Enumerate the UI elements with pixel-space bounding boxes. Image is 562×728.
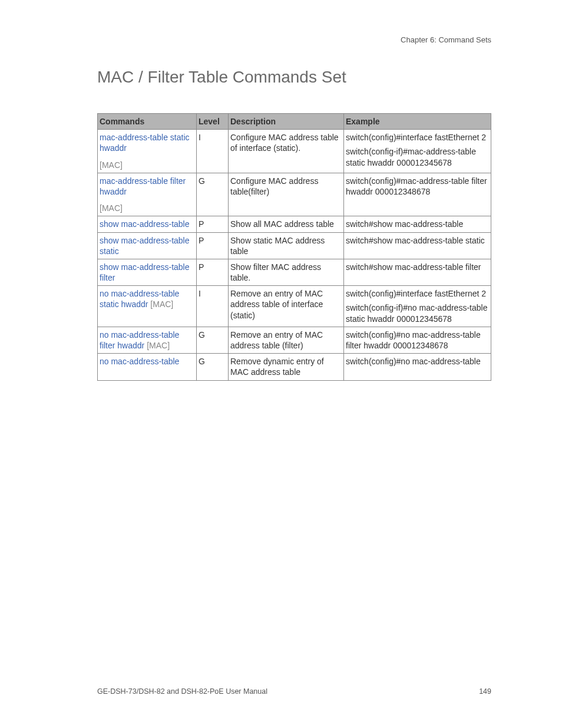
description-cell: Remove an entry of MAC address table (fi…: [229, 327, 344, 353]
table-row: mac-address-table static hwaddr[MAC]ICon…: [98, 130, 491, 173]
command-cell: mac-address-table filter hwaddr[MAC]: [98, 173, 197, 216]
level-cell: G: [197, 327, 229, 353]
command-link[interactable]: show mac-address-table filter: [100, 262, 190, 282]
page-title: MAC / Filter Table Commands Set: [97, 68, 491, 87]
level-cell: G: [197, 354, 229, 380]
command-cell: no mac-address-table filter hwaddr [MAC]: [98, 327, 197, 353]
table-row: no mac-address-table static hwaddr [MAC]…: [98, 286, 491, 327]
table-row: no mac-address-table filter hwaddr [MAC]…: [98, 327, 491, 353]
description-cell: Configure MAC address table of interface…: [229, 130, 344, 173]
example-line: switch#show mac-address-table filter: [346, 262, 489, 272]
command-param: [MAC]: [100, 160, 194, 170]
level-cell: I: [197, 130, 229, 173]
chapter-label: Chapter 6: Command Sets: [97, 35, 491, 44]
table-row: show mac-address-table staticPShow stati…: [98, 232, 491, 259]
example-cell: switch(config)#no mac-address-table filt…: [344, 327, 491, 353]
description-cell: Remove an entry of MAC address table of …: [229, 286, 344, 327]
command-cell: no mac-address-table: [98, 354, 197, 380]
command-cell: show mac-address-table: [98, 216, 197, 232]
table-row: no mac-address-tableGRemove dynamic entr…: [98, 354, 491, 380]
example-line: switch(config-if)#mac-address-table stat…: [346, 146, 489, 167]
example-line: switch(config)#no mac-address-table filt…: [346, 330, 489, 351]
description-cell: Show static MAC address table: [229, 232, 344, 259]
header-description: Description: [229, 114, 344, 130]
commands-table: Commands Level Description Example mac-a…: [97, 113, 491, 381]
example-cell: switch(config)#mac-address-table filter …: [344, 173, 491, 216]
example-cell: switch#show mac-address-table static: [344, 232, 491, 259]
command-cell: mac-address-table static hwaddr[MAC]: [98, 130, 197, 173]
example-line: switch(config-if)#no mac-address-table s…: [346, 302, 489, 324]
example-cell: switch(config)#interface fastEthernet 2s…: [344, 286, 491, 327]
command-param: [MAC]: [148, 299, 173, 309]
footer-right: 149: [479, 687, 491, 696]
level-cell: P: [197, 232, 229, 259]
command-link[interactable]: no mac-address-table: [100, 357, 179, 366]
level-cell: P: [197, 216, 229, 232]
description-cell: Remove dynamic entry of MAC address tabl…: [229, 354, 344, 380]
table-row: show mac-address-tablePShow all MAC addr…: [98, 216, 491, 232]
page-footer: GE-DSH-73/DSH-82 and DSH-82-PoE User Man…: [97, 687, 491, 696]
example-line: switch#show mac-address-table static: [346, 235, 489, 246]
command-param: [MAC]: [100, 203, 194, 213]
command-link[interactable]: mac-address-table filter hwaddr: [100, 176, 186, 196]
header-example: Example: [344, 114, 491, 130]
table-header-row: Commands Level Description Example: [98, 114, 491, 130]
table-row: mac-address-table filter hwaddr[MAC]GCon…: [98, 173, 491, 216]
description-cell: Show all MAC address table: [229, 216, 344, 232]
footer-left: GE-DSH-73/DSH-82 and DSH-82-PoE User Man…: [97, 687, 267, 696]
description-cell: Configure MAC address table(filter): [229, 173, 344, 216]
table-row: show mac-address-table filterPShow filte…: [98, 259, 491, 285]
description-cell: Show filter MAC address table.: [229, 259, 344, 285]
command-cell: show mac-address-table static: [98, 232, 197, 259]
example-line: switch(config)#no mac-address-table: [346, 356, 489, 367]
example-line: switch(config)#interface fastEthernet 2: [346, 288, 489, 299]
level-cell: P: [197, 259, 229, 285]
example-line: switch(config)#mac-address-table filter …: [346, 176, 489, 197]
command-link[interactable]: show mac-address-table: [100, 219, 190, 229]
command-link[interactable]: show mac-address-table static: [100, 236, 190, 256]
command-param: [MAC]: [144, 341, 170, 350]
header-commands: Commands: [98, 114, 197, 130]
command-cell: show mac-address-table filter: [98, 259, 197, 285]
example-line: switch#show mac-address-table: [346, 219, 489, 229]
example-cell: switch(config)#interface fastEthernet 2s…: [344, 130, 491, 173]
example-cell: switch#show mac-address-table: [344, 216, 491, 232]
example-cell: switch#show mac-address-table filter: [344, 259, 491, 285]
command-cell: no mac-address-table static hwaddr [MAC]: [98, 286, 197, 327]
level-cell: I: [197, 286, 229, 327]
command-link[interactable]: mac-address-table static hwaddr: [100, 133, 190, 153]
example-line: switch(config)#interface fastEthernet 2: [346, 132, 489, 143]
example-cell: switch(config)#no mac-address-table: [344, 354, 491, 380]
header-level: Level: [197, 114, 229, 130]
level-cell: G: [197, 173, 229, 216]
